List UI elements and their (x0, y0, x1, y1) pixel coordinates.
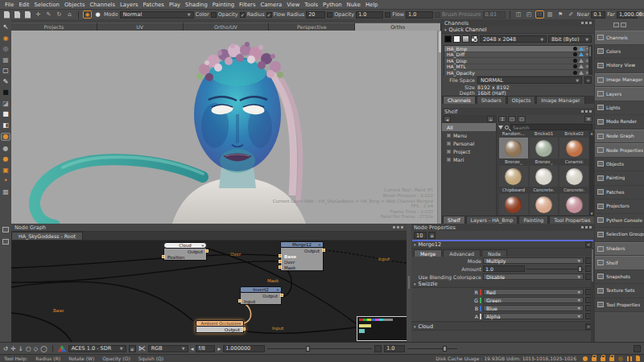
sidebar-item-selection-groups[interactable]: Selection Groups (595, 228, 644, 242)
shelf-item[interactable] (499, 138, 528, 158)
fstop-field[interactable]: f/8 (196, 345, 215, 352)
menu-objects[interactable]: Objects (62, 2, 88, 8)
gain-field[interactable]: 1.000000 (223, 345, 265, 352)
home-icon[interactable]: ⌂ (65, 11, 74, 18)
cloud-section-header[interactable]: Cloud ✕ (411, 323, 594, 331)
node-invert2[interactable]: Invert2+ Output Input (240, 286, 282, 305)
swatch-black[interactable] (444, 35, 452, 43)
tree-item-all[interactable]: All (442, 123, 496, 131)
select-cursor-icon[interactable]: ↖ (1, 24, 10, 31)
menu-shading[interactable]: Shading (183, 2, 210, 8)
radius-toggle[interactable]: ✓ (240, 12, 246, 18)
shelf-item[interactable] (559, 194, 588, 215)
resolution-dropdown[interactable]: 2048 x 2048▼ (480, 35, 547, 43)
sidebar-item-shaders[interactable]: Shaders (595, 242, 644, 257)
sidebar-item-objects[interactable]: Objects (595, 158, 644, 172)
ring-icon[interactable]: ◯ (40, 345, 47, 352)
add-shelf-button[interactable]: + (487, 116, 494, 122)
cache-status-icon[interactable] (583, 356, 588, 361)
colorspace-dropdown[interactable]: ACES 1.0 - SDR▼ (68, 345, 126, 352)
tab-objects[interactable]: Objects (507, 96, 535, 104)
depth-dropdown[interactable]: 8bit (Byte)▼ (548, 35, 592, 43)
opacity-toggle[interactable] (211, 12, 217, 18)
shelf-search-input[interactable] (510, 124, 592, 130)
shelf-item[interactable] (559, 138, 588, 158)
node-color-palette[interactable] (357, 316, 407, 341)
mode-dropdown[interactable]: Multiply▼ (483, 257, 584, 264)
paint-ring-icon[interactable]: ◉ (1, 35, 10, 42)
menu-layers[interactable]: Layers (118, 2, 141, 8)
node-ambient-occlusion[interactable]: Ambient Occlusion+ Output (196, 320, 244, 333)
new-project-icon[interactable] (4, 11, 10, 19)
dice-icon[interactable]: ∷ (535, 10, 544, 19)
blending-colorspace-dropdown[interactable]: Disable▼ (483, 274, 584, 280)
shelf-item[interactable] (530, 194, 559, 215)
tab-node[interactable]: Node (481, 249, 507, 257)
lock-icon[interactable] (592, 357, 597, 361)
tab-layers[interactable]: Layers - HA_Bmp (466, 216, 518, 224)
soft-ring-icon[interactable]: ◎ (1, 46, 10, 52)
sidebar-item-layers[interactable]: Layers (595, 87, 644, 101)
file-space-dropdown[interactable]: NORMAL▼ (477, 76, 582, 84)
brush-pressure-field[interactable]: 0.01 (483, 11, 506, 19)
amount-slider[interactable] (526, 269, 584, 269)
swizzle-section-header[interactable]: Swizzle (411, 281, 594, 288)
panel-header-icons[interactable] (581, 226, 584, 228)
swatch-white[interactable] (453, 35, 460, 43)
swizzle-red-dropdown[interactable]: Red▼ (483, 289, 584, 295)
menu-edit[interactable]: Edit (16, 2, 31, 8)
merge12-section-header[interactable]: Merge12 ✕ (411, 241, 594, 249)
viewport-canvas[interactable]: Current Tool : Paint (P) Brush Pressure … (11, 31, 441, 224)
menu-painting[interactable]: Painting (210, 2, 237, 8)
viewport-scrollbar[interactable] (437, 31, 441, 224)
tree-item-menu[interactable]: Menu (442, 131, 496, 139)
quick-channel-section[interactable]: Quick Channel (442, 27, 594, 34)
frame-all-icon[interactable] (2, 239, 9, 245)
file-space-menu-button[interactable]: ≡ (584, 76, 592, 84)
sidebar-item-modo-render[interactable]: Modo Render (595, 115, 644, 130)
sidebar-item-python-console[interactable]: Python Console (595, 214, 644, 228)
sidebar-item-image-manager[interactable]: Image Manager (595, 73, 644, 88)
sidebar-item-texture-sets[interactable]: Texture Sets (595, 284, 644, 298)
circle-icon[interactable]: ○ (26, 345, 31, 352)
swizzle-alpha-dropdown[interactable]: Alpha▼ (483, 313, 584, 319)
node-graph-tab[interactable]: HA_SkyGoddess - Root (11, 232, 83, 240)
marquee-icon[interactable]: ▢ (1, 68, 10, 74)
panel-header-icons[interactable] (393, 226, 395, 228)
pen-icon[interactable]: ✎ (44, 11, 53, 18)
swizzle-green-dropdown[interactable]: Green▼ (483, 297, 584, 303)
move-icon[interactable]: ✛ (10, 345, 15, 352)
tree-item-personal[interactable]: Personal (442, 139, 496, 147)
tab-ortho[interactable]: Ortho (355, 23, 441, 31)
sidebar-item-painting[interactable]: Painting (595, 171, 644, 186)
white-dot-icon[interactable]: ● (93, 11, 102, 18)
tab-shelf[interactable]: Shelf (443, 216, 465, 224)
sidebar-item-channels[interactable]: Channels (595, 31, 644, 45)
gamma-field[interactable]: 1.0 (384, 345, 405, 352)
shelf-item[interactable] (559, 166, 588, 187)
load-shelf-icon[interactable]: ▢ (518, 116, 526, 122)
tab-projects[interactable]: Projects (11, 23, 97, 31)
down-arrow-icon[interactable]: ↓ (19, 345, 23, 352)
brush-tool-icon[interactable]: ✎ (1, 79, 10, 85)
close-project-icon[interactable] (14, 11, 20, 19)
undo-icon[interactable]: ↺ (3, 345, 8, 352)
brush-pressure-toggle[interactable] (435, 12, 440, 18)
expand-shelf-icon[interactable]: ⁜ (584, 116, 592, 122)
save-project-icon[interactable] (25, 11, 31, 19)
node-graph-canvas[interactable]: Cloud+ Output Position Merge12+ Output B… (11, 241, 407, 342)
collapse-tree-button[interactable]: ◂ (444, 116, 451, 122)
flow-link-toggle[interactable] (385, 12, 390, 18)
lock-icon[interactable] (609, 357, 614, 361)
reset-gain-button[interactable] (374, 345, 382, 352)
sidebar-item-colors[interactable]: Colors (595, 45, 644, 60)
channel-row[interactable]: HA_Opacity (444, 70, 592, 76)
filter-icon[interactable] (498, 125, 503, 130)
eraser-icon[interactable]: ◪ (1, 101, 10, 107)
black-swatch-icon[interactable]: ■ (1, 89, 10, 96)
save-shelf-icon[interactable]: ▢ (508, 116, 516, 122)
panel-header-icons[interactable] (581, 110, 584, 113)
grid-icon[interactable]: ▦ (1, 57, 10, 64)
sidebar-item-snapshots[interactable]: Snapshots (595, 270, 644, 285)
swizzle-blue-dropdown[interactable]: Blue▼ (483, 305, 584, 311)
